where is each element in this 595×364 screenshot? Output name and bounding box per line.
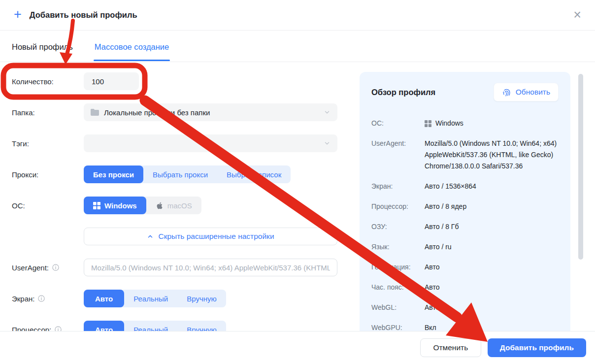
close-icon[interactable]: ×	[573, 8, 581, 22]
preview-row-cpu: Процессор: Авто / 8 ядер	[371, 201, 559, 212]
os-row: ОС: Windows macOS	[12, 197, 337, 214]
windows-icon	[93, 202, 100, 209]
preview-row-webgl: WebGL: Авто	[371, 302, 559, 313]
proxy-row: Прокси: Без прокси Выбрать прокси Выбрат…	[12, 165, 337, 183]
cpu-option-manual[interactable]: Вручную	[177, 321, 226, 331]
plus-icon: +	[14, 8, 22, 21]
profile-form: Количество: Папка: Локальные профили без…	[12, 72, 337, 331]
preview-title: Обзор профиля	[371, 88, 435, 97]
advanced-settings-toggle[interactable]: Скрыть расширенные настройки	[84, 228, 337, 245]
folder-select[interactable]: Локальные профили без папки	[84, 103, 337, 121]
cpu-label: Процессор:	[12, 326, 84, 331]
chevron-down-icon	[324, 140, 331, 147]
folder-icon	[91, 109, 99, 116]
windows-icon	[425, 120, 431, 127]
proxy-option-list[interactable]: Выбрать список	[217, 165, 291, 183]
modal-body: Количество: Папка: Локальные профили без…	[0, 62, 595, 331]
proxy-option-select[interactable]: Выбрать прокси	[143, 165, 217, 183]
modal-footer: Отменить Добавить профиль	[0, 331, 595, 364]
proxy-label: Прокси:	[12, 170, 84, 179]
chevron-up-icon	[147, 233, 154, 240]
fingerprint-icon	[502, 88, 511, 97]
folder-select-value: Локальные профили без папки	[104, 108, 210, 117]
preview-row-ram: ОЗУ: Авто / 8 Гб	[371, 221, 559, 232]
os-segmented-control: Windows macOS	[84, 197, 201, 214]
info-icon	[37, 295, 45, 302]
useragent-row: UserAgent:	[12, 259, 337, 276]
tab-new-profile[interactable]: Новый профиль	[12, 32, 73, 61]
preview-row-os: ОС: Windows	[371, 118, 559, 129]
tab-bulk-create[interactable]: Массовое создание	[95, 32, 169, 61]
info-icon	[52, 264, 60, 271]
refresh-fingerprint-button[interactable]: Обновить	[494, 83, 559, 101]
screen-label: Экран:	[12, 295, 84, 303]
scrollbar-thumb[interactable]	[578, 74, 583, 260]
preview-row-useragent: UserAgent: Mozilla/5.0 (Windows NT 10.0;…	[371, 138, 559, 172]
tags-label: Тэги:	[12, 139, 84, 148]
useragent-label: UserAgent:	[12, 264, 84, 272]
tab-bar: Новый профиль Массовое создание	[0, 31, 595, 62]
proxy-option-none[interactable]: Без прокси	[84, 165, 143, 183]
preview-row-webgpu: WebGPU: Вкл	[371, 322, 559, 331]
screen-option-real[interactable]: Реальный	[124, 290, 177, 307]
add-profile-button[interactable]: Добавить профиль	[488, 338, 586, 357]
tags-row: Тэги:	[12, 134, 337, 152]
useragent-input[interactable]	[84, 259, 337, 276]
os-label: ОС:	[12, 201, 84, 210]
folder-label: Папка:	[12, 108, 84, 117]
preview-row-timezone: Час. пояс: Авто	[371, 282, 559, 293]
os-option-windows[interactable]: Windows	[84, 197, 146, 214]
preview-row-geolocation: Геолокация: Авто	[371, 262, 559, 273]
chevron-down-icon	[324, 109, 331, 116]
screen-segmented-control: Авто Реальный Вручную	[84, 290, 226, 307]
preview-rows: ОС: Windows UserAgent: Mozilla/5.0 (Wind…	[371, 118, 559, 331]
advanced-toggle-row: Скрыть расширенные настройки	[12, 228, 337, 245]
screen-row: Экран: Авто Реальный Вручную	[12, 290, 337, 307]
proxy-segmented-control: Без прокси Выбрать прокси Выбрать список	[84, 165, 291, 183]
quantity-row: Количество:	[12, 72, 337, 90]
modal-header: + Добавить новый профиль ×	[0, 0, 595, 31]
preview-row-language: Язык: Авто / ru	[371, 241, 559, 253]
info-icon	[54, 326, 62, 331]
profile-preview-panel: Обзор профиля Обновить ОС: Windows	[360, 72, 570, 331]
cancel-button[interactable]: Отменить	[420, 338, 481, 357]
tags-select[interactable]	[84, 134, 337, 152]
cpu-segmented-control: Авто Реальный Вручную	[84, 321, 226, 331]
quantity-input[interactable]	[84, 72, 139, 90]
screen-option-auto[interactable]: Авто	[84, 290, 124, 307]
quantity-label: Количество:	[12, 77, 84, 86]
modal-title: Добавить новый профиль	[30, 10, 137, 20]
cpu-option-real[interactable]: Реальный	[124, 321, 177, 331]
os-option-macos[interactable]: macOS	[146, 197, 201, 214]
apple-icon	[156, 201, 164, 210]
preview-row-screen: Экран: Авто / 1536×864	[371, 181, 559, 192]
screen-option-manual[interactable]: Вручную	[177, 290, 226, 307]
cpu-option-auto[interactable]: Авто	[84, 321, 124, 331]
folder-row: Папка: Локальные профили без папки	[12, 103, 337, 121]
cpu-row: Процессор: Авто Реальный Вручную	[12, 321, 337, 331]
